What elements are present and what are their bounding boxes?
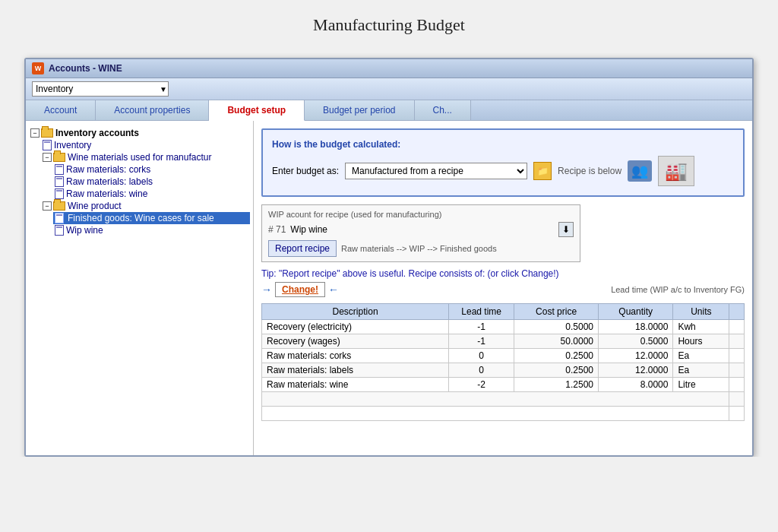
- main-content: − Inventory accounts Inventory − Wine ma…: [26, 121, 752, 455]
- arrow-left-icon: ←: [328, 283, 339, 296]
- scrollbar-cell: [729, 378, 745, 392]
- sidebar-item-raw-labels[interactable]: Raw materials: labels: [53, 176, 250, 188]
- col-header-description: Description: [262, 304, 449, 320]
- report-recipe-btn[interactable]: Report recipe: [268, 240, 337, 257]
- page-title: Manufacturing Budget: [0, 0, 778, 58]
- sidebar-label-raw-corks: Raw materials: corks: [66, 164, 150, 175]
- toolbar: Inventory ▼: [26, 78, 752, 100]
- table-row: Recovery (electricity) -1 0.5000 18.0000…: [262, 320, 745, 334]
- sidebar-item-wine-product[interactable]: − Wine product: [41, 200, 250, 212]
- doc-icon-inventory: [43, 140, 52, 150]
- sidebar-item-wine-materials[interactable]: − Wine materials used for manufactur: [41, 151, 250, 163]
- wip-number: # 71: [268, 224, 286, 235]
- budget-type-dropdown[interactable]: Manufactured from a recipe: [345, 163, 527, 179]
- tree-toggle-wine[interactable]: −: [43, 153, 52, 162]
- change-row: → Change! ← Lead time (WIP a/c to Invent…: [261, 282, 745, 297]
- window-title: Accounts - WINE: [49, 63, 122, 74]
- cell-quantity: 18.0000: [599, 320, 673, 334]
- budget-dropdown-wrapper[interactable]: Manufactured from a recipe: [345, 163, 527, 179]
- col-header-lead-time: Lead time: [449, 304, 514, 320]
- cell-description: Raw materials: labels: [262, 363, 449, 378]
- doc-icon-labels: [55, 176, 64, 187]
- enter-budget-label: Enter budget as:: [272, 166, 339, 176]
- right-panel: How is the budget calculated: Enter budg…: [254, 121, 752, 455]
- folder-icon-root: [41, 128, 53, 138]
- wip-download-btn[interactable]: ⬇: [558, 222, 574, 237]
- scrollbar-cell: [729, 349, 745, 363]
- cell-lead-time: -1: [449, 334, 514, 349]
- inventory-dropdown[interactable]: Inventory: [32, 81, 169, 97]
- cell-quantity: 12.0000: [599, 363, 673, 378]
- sidebar-label-wip-wine: Wip wine: [66, 225, 103, 236]
- cell-cost-price: 0.2500: [514, 363, 599, 378]
- tab-ch[interactable]: Ch...: [415, 100, 471, 120]
- table-row: Raw materials: wine -2 1.2500 8.0000 Lit…: [262, 378, 745, 392]
- table-row: Raw materials: corks 0 0.2500 12.0000 Ea: [262, 349, 745, 363]
- arrow-right-icon: →: [261, 283, 272, 296]
- how-calc-label: How is the budget calculated:: [272, 139, 734, 150]
- sidebar: − Inventory accounts Inventory − Wine ma…: [26, 121, 254, 455]
- recipe-table: Description Lead time Cost price Quantit…: [261, 303, 745, 421]
- cell-units: Ea: [673, 349, 729, 363]
- col-header-cost-price: Cost price: [514, 304, 599, 320]
- tree-root[interactable]: − Inventory accounts: [29, 127, 250, 139]
- cell-quantity: 8.0000: [599, 378, 673, 392]
- sidebar-item-raw-wine[interactable]: Raw materials: wine: [53, 188, 250, 200]
- sidebar-label-raw-wine: Raw materials: wine: [66, 188, 147, 199]
- cell-cost-price: 1.2500: [514, 378, 599, 392]
- factory-icon: 🏭: [658, 156, 694, 186]
- recipe-below-label: Recipe is below: [558, 166, 621, 176]
- cell-cost-price: 0.5000: [514, 320, 599, 334]
- tab-account[interactable]: Account: [26, 100, 96, 120]
- cell-lead-time: -1: [449, 320, 514, 334]
- tab-budget-setup[interactable]: Budget setup: [209, 100, 305, 121]
- wip-box: WIP acount for recipe (used for manufact…: [261, 204, 580, 262]
- table-row-empty: [262, 407, 745, 421]
- sidebar-item-inventory[interactable]: Inventory: [41, 139, 250, 151]
- cell-description: Recovery (electricity): [262, 320, 449, 334]
- sidebar-item-raw-corks[interactable]: Raw materials: corks: [53, 163, 250, 176]
- cell-lead-time: -2: [449, 378, 514, 392]
- tab-budget-per-period[interactable]: Budget per period: [305, 100, 414, 120]
- cell-units: Ea: [673, 363, 729, 378]
- wip-title: WIP acount for recipe (used for manufact…: [268, 210, 574, 219]
- title-bar: W Accounts - WINE: [26, 59, 752, 78]
- tree-toggle-root[interactable]: −: [30, 128, 40, 138]
- inventory-dropdown-wrapper[interactable]: Inventory ▼: [32, 81, 169, 97]
- cell-description: Raw materials: wine: [262, 378, 449, 392]
- cell-lead-time: 0: [449, 363, 514, 378]
- scrollbar-cell: [729, 334, 745, 349]
- cell-cost-price: 50.0000: [514, 334, 599, 349]
- change-btn[interactable]: Change!: [275, 282, 325, 297]
- sidebar-root-label: Inventory accounts: [55, 128, 139, 138]
- people-icon: 👥: [628, 160, 652, 182]
- sidebar-label-raw-labels: Raw materials: labels: [66, 176, 153, 187]
- flow-text: Raw materials --> WIP --> Finished goods: [341, 244, 497, 253]
- cell-quantity: 0.5000: [599, 334, 673, 349]
- folder-icon-product: [53, 201, 65, 211]
- recipe-folder-icon-btn[interactable]: 📁: [533, 162, 552, 180]
- doc-icon-corks: [55, 164, 64, 175]
- col-header-units: Units: [673, 304, 729, 320]
- cell-units: Kwh: [673, 320, 729, 334]
- table-row: Raw materials: labels 0 0.2500 12.0000 E…: [262, 363, 745, 378]
- cell-quantity: 12.0000: [599, 349, 673, 363]
- lead-time-label: Lead time (WIP a/c to Inventory FG): [342, 285, 745, 294]
- cell-lead-time: 0: [449, 349, 514, 363]
- budget-calc-box: How is the budget calculated: Enter budg…: [261, 128, 745, 197]
- tip-text: Tip: "Report recipe" above is useful. Re…: [261, 268, 745, 279]
- cell-units: Litre: [673, 378, 729, 392]
- tree-toggle-product[interactable]: −: [43, 201, 52, 211]
- cell-units: Hours: [673, 334, 729, 349]
- scrollbar-cell: [729, 363, 745, 378]
- sidebar-item-finished-goods[interactable]: Finished goods: Wine cases for sale: [53, 212, 250, 224]
- sidebar-label-wine-materials: Wine materials used for manufactur: [68, 152, 211, 163]
- table-row-empty: [262, 392, 745, 407]
- tab-account-properties[interactable]: Account properties: [96, 100, 209, 120]
- scrollbar-header: [729, 304, 745, 320]
- app-window: W Accounts - WINE Inventory ▼ Account Ac…: [24, 58, 754, 457]
- report-row: Report recipe Raw materials --> WIP --> …: [268, 240, 574, 257]
- doc-icon-wip: [55, 225, 64, 236]
- sidebar-item-wip-wine[interactable]: Wip wine: [53, 224, 250, 236]
- cell-cost-price: 0.2500: [514, 349, 599, 363]
